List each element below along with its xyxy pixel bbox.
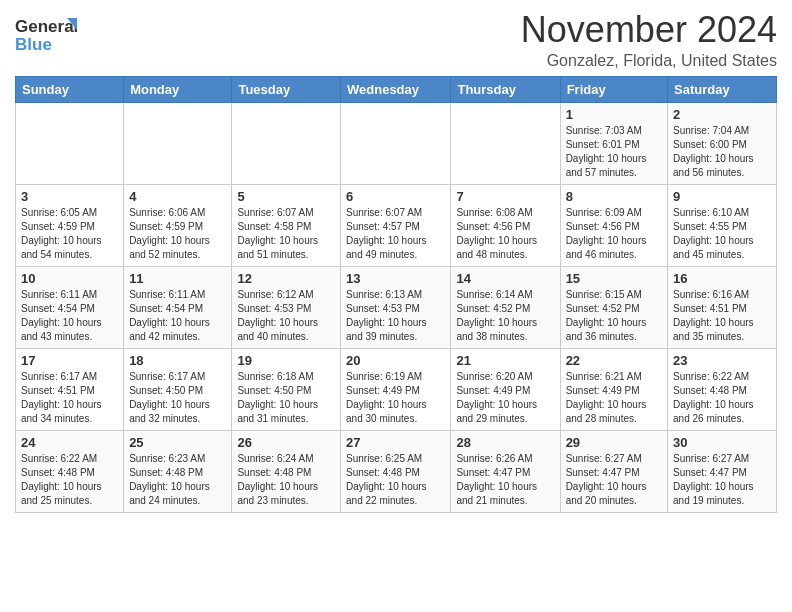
day-info: Sunrise: 6:10 AM Sunset: 4:55 PM Dayligh…	[673, 206, 771, 262]
calendar-cell	[232, 102, 341, 184]
day-number: 25	[129, 435, 226, 450]
day-info: Sunrise: 6:12 AM Sunset: 4:53 PM Dayligh…	[237, 288, 335, 344]
day-number: 20	[346, 353, 445, 368]
day-info: Sunrise: 6:22 AM Sunset: 4:48 PM Dayligh…	[21, 452, 118, 508]
calendar-cell: 26Sunrise: 6:24 AM Sunset: 4:48 PM Dayli…	[232, 430, 341, 512]
day-info: Sunrise: 6:13 AM Sunset: 4:53 PM Dayligh…	[346, 288, 445, 344]
calendar-cell: 19Sunrise: 6:18 AM Sunset: 4:50 PM Dayli…	[232, 348, 341, 430]
day-info: Sunrise: 6:23 AM Sunset: 4:48 PM Dayligh…	[129, 452, 226, 508]
calendar-cell: 10Sunrise: 6:11 AM Sunset: 4:54 PM Dayli…	[16, 266, 124, 348]
calendar-cell: 12Sunrise: 6:12 AM Sunset: 4:53 PM Dayli…	[232, 266, 341, 348]
calendar-cell: 18Sunrise: 6:17 AM Sunset: 4:50 PM Dayli…	[124, 348, 232, 430]
calendar-cell: 25Sunrise: 6:23 AM Sunset: 4:48 PM Dayli…	[124, 430, 232, 512]
day-number: 17	[21, 353, 118, 368]
calendar-cell: 20Sunrise: 6:19 AM Sunset: 4:49 PM Dayli…	[341, 348, 451, 430]
calendar-week-row: 1Sunrise: 7:03 AM Sunset: 6:01 PM Daylig…	[16, 102, 777, 184]
weekday-header-saturday: Saturday	[668, 76, 777, 102]
calendar-cell: 28Sunrise: 6:26 AM Sunset: 4:47 PM Dayli…	[451, 430, 560, 512]
calendar-cell: 23Sunrise: 6:22 AM Sunset: 4:48 PM Dayli…	[668, 348, 777, 430]
day-number: 23	[673, 353, 771, 368]
calendar-cell	[16, 102, 124, 184]
svg-text:Blue: Blue	[15, 35, 52, 54]
calendar-cell: 27Sunrise: 6:25 AM Sunset: 4:48 PM Dayli…	[341, 430, 451, 512]
day-number: 1	[566, 107, 662, 122]
calendar-table: SundayMondayTuesdayWednesdayThursdayFrid…	[15, 76, 777, 513]
calendar-week-row: 24Sunrise: 6:22 AM Sunset: 4:48 PM Dayli…	[16, 430, 777, 512]
day-info: Sunrise: 6:15 AM Sunset: 4:52 PM Dayligh…	[566, 288, 662, 344]
calendar-cell: 8Sunrise: 6:09 AM Sunset: 4:56 PM Daylig…	[560, 184, 667, 266]
day-info: Sunrise: 6:07 AM Sunset: 4:57 PM Dayligh…	[346, 206, 445, 262]
calendar-cell: 9Sunrise: 6:10 AM Sunset: 4:55 PM Daylig…	[668, 184, 777, 266]
logo-svg: General Blue	[15, 10, 85, 58]
calendar-cell: 22Sunrise: 6:21 AM Sunset: 4:49 PM Dayli…	[560, 348, 667, 430]
weekday-header-wednesday: Wednesday	[341, 76, 451, 102]
day-number: 16	[673, 271, 771, 286]
page: General Blue November 2024 Gonzalez, Flo…	[0, 0, 792, 523]
day-info: Sunrise: 6:19 AM Sunset: 4:49 PM Dayligh…	[346, 370, 445, 426]
day-number: 19	[237, 353, 335, 368]
calendar-cell: 16Sunrise: 6:16 AM Sunset: 4:51 PM Dayli…	[668, 266, 777, 348]
day-number: 14	[456, 271, 554, 286]
day-info: Sunrise: 6:05 AM Sunset: 4:59 PM Dayligh…	[21, 206, 118, 262]
day-number: 11	[129, 271, 226, 286]
day-info: Sunrise: 6:08 AM Sunset: 4:56 PM Dayligh…	[456, 206, 554, 262]
calendar-cell	[451, 102, 560, 184]
day-info: Sunrise: 6:14 AM Sunset: 4:52 PM Dayligh…	[456, 288, 554, 344]
day-number: 7	[456, 189, 554, 204]
calendar-cell: 6Sunrise: 6:07 AM Sunset: 4:57 PM Daylig…	[341, 184, 451, 266]
day-info: Sunrise: 6:27 AM Sunset: 4:47 PM Dayligh…	[566, 452, 662, 508]
day-info: Sunrise: 6:17 AM Sunset: 4:50 PM Dayligh…	[129, 370, 226, 426]
location-title: Gonzalez, Florida, United States	[521, 52, 777, 70]
weekday-header-tuesday: Tuesday	[232, 76, 341, 102]
calendar-cell: 14Sunrise: 6:14 AM Sunset: 4:52 PM Dayli…	[451, 266, 560, 348]
title-area: November 2024 Gonzalez, Florida, United …	[521, 10, 777, 70]
day-info: Sunrise: 6:22 AM Sunset: 4:48 PM Dayligh…	[673, 370, 771, 426]
weekday-header-monday: Monday	[124, 76, 232, 102]
header: General Blue November 2024 Gonzalez, Flo…	[15, 10, 777, 70]
day-number: 21	[456, 353, 554, 368]
day-info: Sunrise: 6:16 AM Sunset: 4:51 PM Dayligh…	[673, 288, 771, 344]
calendar-cell: 1Sunrise: 7:03 AM Sunset: 6:01 PM Daylig…	[560, 102, 667, 184]
calendar-cell: 24Sunrise: 6:22 AM Sunset: 4:48 PM Dayli…	[16, 430, 124, 512]
day-number: 13	[346, 271, 445, 286]
day-number: 28	[456, 435, 554, 450]
calendar-week-row: 3Sunrise: 6:05 AM Sunset: 4:59 PM Daylig…	[16, 184, 777, 266]
calendar-cell: 7Sunrise: 6:08 AM Sunset: 4:56 PM Daylig…	[451, 184, 560, 266]
day-number: 8	[566, 189, 662, 204]
day-number: 10	[21, 271, 118, 286]
calendar-cell: 5Sunrise: 6:07 AM Sunset: 4:58 PM Daylig…	[232, 184, 341, 266]
day-info: Sunrise: 7:03 AM Sunset: 6:01 PM Dayligh…	[566, 124, 662, 180]
day-number: 24	[21, 435, 118, 450]
calendar-week-row: 10Sunrise: 6:11 AM Sunset: 4:54 PM Dayli…	[16, 266, 777, 348]
day-number: 26	[237, 435, 335, 450]
day-number: 5	[237, 189, 335, 204]
day-info: Sunrise: 6:07 AM Sunset: 4:58 PM Dayligh…	[237, 206, 335, 262]
day-number: 2	[673, 107, 771, 122]
weekday-header-sunday: Sunday	[16, 76, 124, 102]
calendar-cell: 29Sunrise: 6:27 AM Sunset: 4:47 PM Dayli…	[560, 430, 667, 512]
calendar-cell	[341, 102, 451, 184]
day-info: Sunrise: 6:09 AM Sunset: 4:56 PM Dayligh…	[566, 206, 662, 262]
day-info: Sunrise: 6:26 AM Sunset: 4:47 PM Dayligh…	[456, 452, 554, 508]
calendar-cell	[124, 102, 232, 184]
day-info: Sunrise: 6:21 AM Sunset: 4:49 PM Dayligh…	[566, 370, 662, 426]
day-info: Sunrise: 6:18 AM Sunset: 4:50 PM Dayligh…	[237, 370, 335, 426]
day-info: Sunrise: 6:06 AM Sunset: 4:59 PM Dayligh…	[129, 206, 226, 262]
day-number: 6	[346, 189, 445, 204]
day-info: Sunrise: 6:20 AM Sunset: 4:49 PM Dayligh…	[456, 370, 554, 426]
day-number: 18	[129, 353, 226, 368]
day-info: Sunrise: 6:24 AM Sunset: 4:48 PM Dayligh…	[237, 452, 335, 508]
calendar-cell: 21Sunrise: 6:20 AM Sunset: 4:49 PM Dayli…	[451, 348, 560, 430]
calendar-cell: 30Sunrise: 6:27 AM Sunset: 4:47 PM Dayli…	[668, 430, 777, 512]
calendar-cell: 17Sunrise: 6:17 AM Sunset: 4:51 PM Dayli…	[16, 348, 124, 430]
weekday-header-row: SundayMondayTuesdayWednesdayThursdayFrid…	[16, 76, 777, 102]
calendar-cell: 2Sunrise: 7:04 AM Sunset: 6:00 PM Daylig…	[668, 102, 777, 184]
day-number: 15	[566, 271, 662, 286]
logo: General Blue	[15, 10, 85, 58]
calendar-cell: 4Sunrise: 6:06 AM Sunset: 4:59 PM Daylig…	[124, 184, 232, 266]
day-info: Sunrise: 7:04 AM Sunset: 6:00 PM Dayligh…	[673, 124, 771, 180]
day-number: 30	[673, 435, 771, 450]
day-number: 22	[566, 353, 662, 368]
day-number: 4	[129, 189, 226, 204]
day-info: Sunrise: 6:11 AM Sunset: 4:54 PM Dayligh…	[21, 288, 118, 344]
